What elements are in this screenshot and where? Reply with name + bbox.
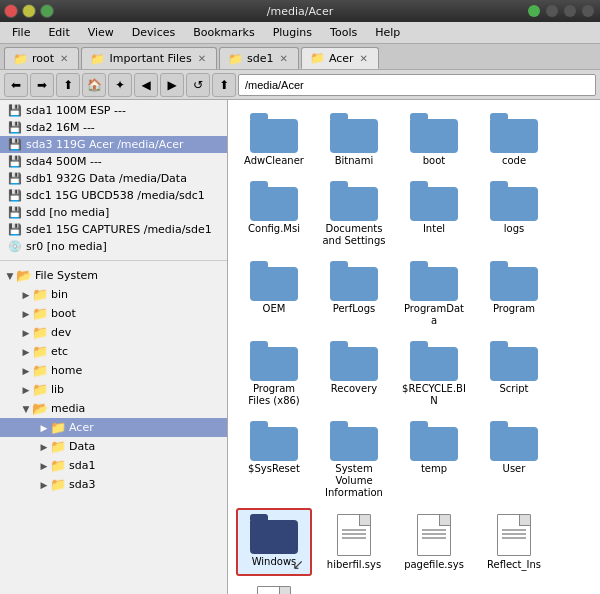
- folder-icon-programfilesx86: [250, 341, 298, 381]
- tree-dev-label: dev: [51, 326, 71, 339]
- tree-bin-label: bin: [51, 288, 68, 301]
- address-bar[interactable]: [238, 74, 596, 96]
- tree-data[interactable]: ▶ 📁 Data: [0, 437, 227, 456]
- tree-root-filesystem[interactable]: ▼ 📂 File System: [0, 266, 227, 285]
- tree-toggle-acer[interactable]: ▶: [38, 423, 50, 433]
- toolbar-forward-btn[interactable]: ➡: [30, 73, 54, 97]
- sidebar-sda2[interactable]: 💾 sda2 16M ---: [0, 119, 227, 136]
- tree-toggle-data[interactable]: ▶: [38, 442, 50, 452]
- toolbar-prev-btn[interactable]: ◀: [134, 73, 158, 97]
- tree-toggle-filesystem[interactable]: ▼: [4, 271, 16, 281]
- tab-sde1-close[interactable]: ✕: [278, 53, 290, 64]
- tree-toggle-sda3[interactable]: ▶: [38, 480, 50, 490]
- tree-toggle-home[interactable]: ▶: [20, 366, 32, 376]
- close-button[interactable]: [4, 4, 18, 18]
- tree-toggle-sda1[interactable]: ▶: [38, 461, 50, 471]
- file-scripts[interactable]: Script: [476, 336, 552, 412]
- menu-devices[interactable]: Devices: [124, 25, 183, 40]
- tree-toggle-lib[interactable]: ▶: [20, 385, 32, 395]
- file-logs[interactable]: logs: [476, 176, 552, 252]
- tree-toggle-dev[interactable]: ▶: [20, 328, 32, 338]
- tab-acer[interactable]: 📁 Acer ✕: [301, 47, 379, 69]
- tab-importantfiles[interactable]: 📁 Important Files ✕: [81, 47, 217, 69]
- file-label-systemvolumeinfo: System Volume Information: [321, 463, 387, 499]
- sidebar-sda3[interactable]: 💾 sda3 119G Acer /media/Acer: [0, 136, 227, 153]
- folder-icon-users: [490, 421, 538, 461]
- tab-root[interactable]: 📁 root ✕: [4, 47, 79, 69]
- toolbar-stop-btn[interactable]: ⬆: [212, 73, 236, 97]
- tree-acer[interactable]: ▶ 📁 Acer: [0, 418, 227, 437]
- file-oem[interactable]: OEM: [236, 256, 312, 332]
- sidebar-sr0[interactable]: 💿 sr0 [no media]: [0, 238, 227, 255]
- tab-acer-icon: 📁: [310, 51, 325, 65]
- menu-help[interactable]: Help: [367, 25, 408, 40]
- file-boot[interactable]: boot: [396, 108, 472, 172]
- tree-toggle-media[interactable]: ▼: [20, 404, 32, 414]
- tree-boot[interactable]: ▶ 📁 boot: [0, 304, 227, 323]
- tree-media[interactable]: ▼ 📂 media: [0, 399, 227, 418]
- tree-sda3[interactable]: ▶ 📁 sda3: [0, 475, 227, 494]
- tree-toggle-bin[interactable]: ▶: [20, 290, 32, 300]
- file-temp[interactable]: temp: [396, 416, 472, 504]
- file-hiberfil[interactable]: hiberfil.sys: [316, 508, 392, 576]
- menu-bookmarks[interactable]: Bookmarks: [185, 25, 262, 40]
- file-adwcleaner[interactable]: AdwCleaner: [236, 108, 312, 172]
- toolbar-back-btn[interactable]: ⬅: [4, 73, 28, 97]
- file-label-users: User: [503, 463, 526, 475]
- tree-lib[interactable]: ▶ 📁 lib: [0, 380, 227, 399]
- file-system-tree: ▼ 📂 File System ▶ 📁 bin ▶ 📁 boot ▶ 📁 dev…: [0, 264, 227, 496]
- file-pagefile[interactable]: pagefile.sys: [396, 508, 472, 576]
- toolbar-up-btn[interactable]: ⬆: [56, 73, 80, 97]
- menu-edit[interactable]: Edit: [40, 25, 77, 40]
- file-documentsandsettings[interactable]: Documents and Settings: [316, 176, 392, 252]
- sidebar-sdc1[interactable]: 💾 sdc1 15G UBCD538 /media/sdc1: [0, 187, 227, 204]
- tree-dev[interactable]: ▶ 📁 dev: [0, 323, 227, 342]
- file-code[interactable]: code: [476, 108, 552, 172]
- sidebar-sda1[interactable]: 💾 sda1 100M ESP ---: [0, 102, 227, 119]
- menu-bar: File Edit View Devices Bookmarks Plugins…: [0, 22, 600, 44]
- file-windows[interactable]: Windows ↙: [236, 508, 312, 576]
- tab-root-close[interactable]: ✕: [58, 53, 70, 64]
- tree-toggle-etc[interactable]: ▶: [20, 347, 32, 357]
- menu-tools[interactable]: Tools: [322, 25, 365, 40]
- menu-file[interactable]: File: [4, 25, 38, 40]
- menu-view[interactable]: View: [80, 25, 122, 40]
- toolbar-next-btn[interactable]: ▶: [160, 73, 184, 97]
- sidebar-sdd[interactable]: 💾 sdd [no media]: [0, 204, 227, 221]
- file-icon-swapfile: [254, 585, 294, 594]
- toolbar-new-btn[interactable]: ✦: [108, 73, 132, 97]
- file-recovery[interactable]: Recovery: [316, 336, 392, 412]
- tree-bin[interactable]: ▶ 📁 bin: [0, 285, 227, 304]
- file-configmsi[interactable]: Config.Msi: [236, 176, 312, 252]
- tree-home[interactable]: ▶ 📁 home: [0, 361, 227, 380]
- menu-plugins[interactable]: Plugins: [265, 25, 320, 40]
- file-systemvolumeinfo[interactable]: System Volume Information: [316, 416, 392, 504]
- sidebar-sda4[interactable]: 💾 sda4 500M ---: [0, 153, 227, 170]
- file-sysreset[interactable]: $SysReset: [236, 416, 312, 504]
- file-users[interactable]: User: [476, 416, 552, 504]
- tree-toggle-boot[interactable]: ▶: [20, 309, 32, 319]
- tab-importantfiles-close[interactable]: ✕: [196, 53, 208, 64]
- tree-sda1-icon: 📁: [50, 458, 66, 473]
- file-bitnami[interactable]: Bitnami: [316, 108, 392, 172]
- minimize-button[interactable]: [22, 4, 36, 18]
- file-reflectins[interactable]: Reflect_Ins: [476, 508, 552, 576]
- disk-icon-sda1: 💾: [8, 104, 22, 117]
- file-recyclebin[interactable]: $RECYCLE.BIN: [396, 336, 472, 412]
- file-swapfile[interactable]: swapfile: [236, 580, 312, 594]
- tab-acer-close[interactable]: ✕: [358, 53, 370, 64]
- tree-sda1[interactable]: ▶ 📁 sda1: [0, 456, 227, 475]
- sidebar-sdb1[interactable]: 💾 sdb1 932G Data /media/Data: [0, 170, 227, 187]
- tree-etc[interactable]: ▶ 📁 etc: [0, 342, 227, 361]
- file-programdata[interactable]: ProgramData: [396, 256, 472, 332]
- file-perflogs[interactable]: PerfLogs: [316, 256, 392, 332]
- maximize-button[interactable]: [40, 4, 54, 18]
- wm-buttons[interactable]: [4, 4, 54, 18]
- file-programfilesx86[interactable]: Program Files (x86): [236, 336, 312, 412]
- file-intel[interactable]: Intel: [396, 176, 472, 252]
- file-program[interactable]: Program: [476, 256, 552, 332]
- toolbar-home-btn[interactable]: 🏠: [82, 73, 106, 97]
- tab-sde1[interactable]: 📁 sde1 ✕: [219, 47, 299, 69]
- sidebar-sde1[interactable]: 💾 sde1 15G CAPTURES /media/sde1: [0, 221, 227, 238]
- toolbar-reload-btn[interactable]: ↺: [186, 73, 210, 97]
